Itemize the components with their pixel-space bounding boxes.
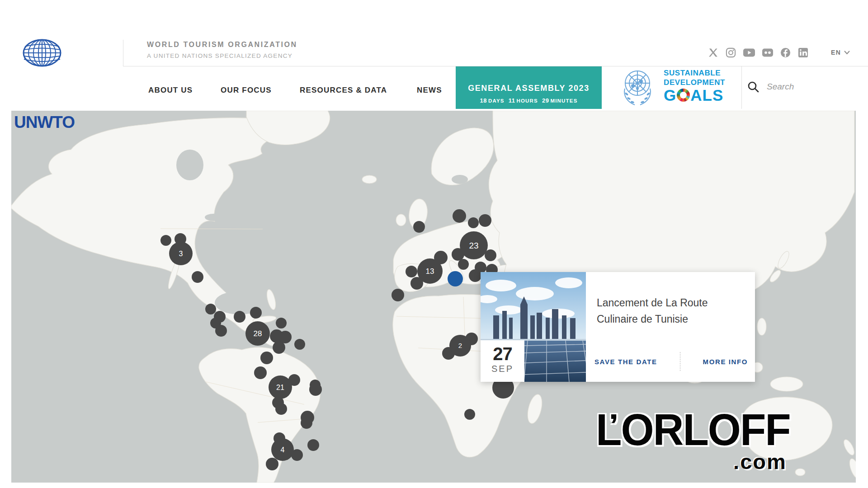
org-title: WORLD TOURISM ORGANIZATION	[147, 41, 297, 49]
nav-resources-data[interactable]: RESOURCES & DATA	[300, 86, 387, 95]
countdown-days-unit: DAYS	[488, 98, 505, 103]
instagram-icon[interactable]	[726, 47, 736, 58]
nav-about-us[interactable]: ABOUT US	[148, 86, 193, 95]
language-selector[interactable]: EN	[831, 49, 850, 56]
event-date-month: SEP	[481, 364, 524, 374]
map-marker[interactable]	[260, 352, 273, 364]
search-input[interactable]	[767, 82, 853, 92]
map-marker[interactable]	[301, 417, 312, 429]
sdg-goals-g: G	[664, 87, 676, 103]
search-bar	[747, 80, 853, 93]
map-marker[interactable]	[276, 318, 287, 328]
map-cluster-count: 2	[458, 342, 462, 349]
sdg-wheel-icon	[677, 89, 690, 102]
map-marker[interactable]	[479, 214, 491, 227]
sdg-goals-als: ALS	[690, 87, 723, 103]
sdg-goals-row: G ALS	[664, 87, 725, 103]
map-cluster-count: 3	[179, 250, 183, 258]
map-marker[interactable]	[160, 235, 171, 246]
map-cluster-count: 13	[426, 267, 434, 276]
map-marker[interactable]	[468, 217, 479, 228]
map-marker[interactable]	[392, 289, 404, 301]
search-icon[interactable]	[747, 80, 760, 93]
map-marker[interactable]	[309, 383, 322, 396]
map-marker[interactable]	[205, 304, 216, 314]
map-cluster-count: 28	[254, 329, 262, 338]
x-twitter-icon[interactable]	[708, 47, 718, 58]
event-popup-card: 27 SEP Lancement de La Route Culinaire d…	[481, 272, 755, 382]
map-marker[interactable]	[469, 269, 481, 282]
countdown-hours-unit: HOURS	[516, 98, 538, 103]
linkedin-icon[interactable]	[798, 47, 808, 58]
social-links	[708, 47, 808, 58]
assembly-countdown: 18DAYS 11HOURS 29MINUTES	[456, 96, 602, 104]
general-assembly-title: GENERAL ASSEMBLY 2023	[456, 84, 602, 93]
map-marker[interactable]	[458, 259, 469, 270]
event-title[interactable]: Lancement de La Route Culinaire de Tunis…	[597, 295, 737, 327]
actions-divider	[680, 352, 680, 371]
map-cluster-count: 21	[276, 384, 284, 391]
map-marker[interactable]	[413, 221, 425, 233]
map-cluster-count: 23	[469, 241, 478, 250]
map-marker[interactable]	[254, 366, 267, 379]
unwto-logo-word: UNWTO	[13, 113, 76, 132]
map-marker[interactable]	[275, 403, 287, 415]
site-header: UNWTO WORLD TOURISM ORGANIZATION A UNITE…	[0, 0, 868, 111]
map-marker[interactable]	[266, 458, 278, 470]
event-date-day: 27	[481, 345, 524, 363]
map-cluster-count: 4	[281, 446, 285, 454]
flickr-icon[interactable]	[762, 47, 773, 58]
map-marker[interactable]	[307, 439, 319, 451]
map-marker[interactable]	[192, 271, 203, 283]
map-marker[interactable]	[453, 209, 466, 223]
countdown-days-value: 18	[480, 97, 486, 104]
general-assembly-banner[interactable]: GENERAL ASSEMBLY 2023 18DAYS 11HOURS 29M…	[456, 66, 602, 109]
nav-news[interactable]: NEWS	[417, 86, 442, 95]
map-selected-marker[interactable]	[448, 271, 463, 286]
sdg-line2: DEVELOPMENT	[664, 79, 725, 86]
header-divider-vertical-left	[123, 40, 123, 66]
map-marker[interactable]	[273, 341, 285, 354]
map-marker[interactable]	[234, 311, 245, 323]
map-marker[interactable]	[250, 307, 262, 319]
countdown-minutes-value: 29	[542, 97, 549, 104]
facebook-icon[interactable]	[780, 47, 791, 58]
unwto-globe-icon	[13, 38, 76, 70]
map-marker[interactable]	[294, 339, 305, 350]
countdown-hours-value: 11	[509, 97, 515, 104]
nav-our-focus[interactable]: OUR FOCUS	[221, 86, 272, 95]
org-subtitle: A UNITED NATIONS SPECIALIZED AGENCY	[147, 52, 292, 59]
header-divider-vertical-right	[741, 66, 742, 109]
youtube-icon[interactable]	[743, 47, 755, 58]
event-actions: SAVE THE DATE MORE INFO	[594, 352, 748, 371]
un-emblem-icon	[621, 68, 654, 110]
countdown-minutes-unit: MINUTES	[550, 98, 577, 103]
save-the-date-button[interactable]: SAVE THE DATE	[594, 358, 657, 366]
sdg-logo[interactable]: SUSTAINABLE DEVELOPMENT G ALS	[664, 69, 725, 103]
chevron-down-icon	[844, 51, 850, 55]
language-code: EN	[831, 49, 841, 56]
unwto-logo[interactable]: UNWTO	[13, 38, 76, 95]
map-marker[interactable]	[406, 266, 417, 277]
sdg-line1: SUSTAINABLE	[664, 69, 725, 77]
map-marker[interactable]	[464, 409, 475, 420]
more-info-button[interactable]: MORE INFO	[703, 358, 748, 366]
map-marker[interactable]	[215, 325, 227, 337]
event-date-box: 27 SEP	[481, 340, 524, 382]
